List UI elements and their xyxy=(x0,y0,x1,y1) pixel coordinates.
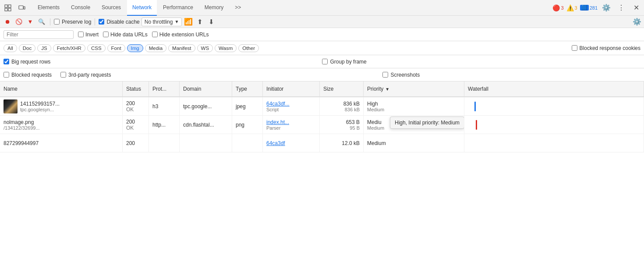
tab-console[interactable]: Console xyxy=(66,0,96,16)
network-settings-icon[interactable]: ⚙️ xyxy=(633,18,641,26)
td-domain-2: cdn.flashtal... xyxy=(180,116,232,134)
svg-rect-3 xyxy=(8,8,11,11)
screenshots-label[interactable]: Screenshots xyxy=(382,72,420,78)
th-name[interactable]: Name xyxy=(0,81,123,96)
more-options-icon[interactable]: ⋮ xyxy=(615,2,627,14)
type-btn-font[interactable]: Font xyxy=(107,44,125,52)
th-status[interactable]: Status xyxy=(123,81,149,96)
td-type-3 xyxy=(232,134,263,152)
filter-row: Invert Hide data URLs Hide extension URL… xyxy=(0,28,644,41)
info-icon: 🟦 xyxy=(580,5,589,11)
type-btn-js[interactable]: JS xyxy=(37,44,51,52)
inspect-icon[interactable] xyxy=(2,2,14,14)
group-by-frame-label[interactable]: Group by frame xyxy=(322,59,366,65)
hide-extension-urls-label[interactable]: Hide extension URLs xyxy=(152,32,209,38)
clear-button[interactable]: 🚫 xyxy=(14,17,24,27)
screenshots-checkbox[interactable] xyxy=(382,72,388,78)
type-btn-doc[interactable]: Doc xyxy=(19,44,35,52)
third-party-requests-label[interactable]: 3rd-party requests xyxy=(60,72,111,78)
table-header: Name Status Prot... Domain Type Initiato… xyxy=(0,81,644,97)
table-body: 141152993157... tpc.googlesyn... 200 OK … xyxy=(0,97,644,152)
td-initiator-1: 64ca3df... Script xyxy=(263,97,320,115)
table-row[interactable]: nolmage.png /134122/32699... 200 OK http… xyxy=(0,116,644,134)
type-btn-wasm[interactable]: Wasm xyxy=(215,44,237,52)
th-initiator[interactable]: Initiator xyxy=(263,81,320,96)
filepath-1: tpc.googlesyn... xyxy=(20,107,60,112)
invert-checkbox[interactable] xyxy=(78,32,84,37)
hide-data-urls-checkbox[interactable] xyxy=(103,32,109,37)
blocked-requests-label[interactable]: Blocked requests xyxy=(4,72,52,78)
blocked-cookies-checkbox[interactable] xyxy=(572,45,577,51)
wifi-icon[interactable]: 📶 xyxy=(184,17,193,27)
td-domain-3 xyxy=(180,134,232,152)
disable-cache-checkbox[interactable] xyxy=(99,19,104,25)
options-row-1: Big request rows Group by frame xyxy=(0,55,644,68)
svg-rect-5 xyxy=(24,7,25,9)
upload-icon[interactable]: ⬆ xyxy=(195,17,205,27)
invert-label[interactable]: Invert xyxy=(78,32,99,38)
tab-performance[interactable]: Performance xyxy=(158,0,198,16)
type-btn-manifest[interactable]: Manifest xyxy=(168,44,195,52)
close-devtools-icon[interactable]: ✕ xyxy=(630,2,642,14)
td-status-3: 200 xyxy=(123,134,149,152)
type-btn-fetch-xhr[interactable]: Fetch/XHR xyxy=(53,44,85,52)
settings-icon[interactable]: ⚙️ xyxy=(600,2,612,14)
th-priority[interactable]: Priority ▼ xyxy=(364,81,464,96)
tab-more[interactable]: >> xyxy=(230,0,246,16)
hide-extension-urls-checkbox[interactable] xyxy=(152,32,158,37)
preserve-log-checkbox[interactable] xyxy=(54,19,60,25)
info-badge: 🟦 281 xyxy=(580,5,598,11)
td-waterfall-1 xyxy=(464,97,644,115)
type-btn-other[interactable]: Other xyxy=(238,44,259,52)
type-btn-media[interactable]: Media xyxy=(145,44,166,52)
thumbnail-1 xyxy=(4,99,18,113)
error-badge: 🔴 3 xyxy=(552,4,563,11)
type-btn-ws[interactable]: WS xyxy=(197,44,213,52)
tab-sources[interactable]: Sources xyxy=(96,0,126,16)
td-priority-3: Medium xyxy=(364,134,464,152)
type-btn-all[interactable]: All xyxy=(4,44,17,52)
table-row[interactable]: 141152993157... tpc.googlesyn... 200 OK … xyxy=(0,97,644,116)
filepath-2: /134122/32699... xyxy=(4,125,40,131)
td-size-2: 653 B 95 B xyxy=(320,116,364,134)
warning-badge: ⚠️ 3 xyxy=(566,4,577,11)
big-request-rows-checkbox[interactable] xyxy=(4,59,9,64)
tab-network[interactable]: Network xyxy=(127,0,157,16)
filename-1: 141152993157... xyxy=(20,101,60,107)
th-protocol[interactable]: Prot... xyxy=(149,81,180,96)
third-party-requests-checkbox[interactable] xyxy=(60,72,66,78)
svg-rect-4 xyxy=(19,6,23,9)
svg-rect-1 xyxy=(8,5,11,7)
tab-bar-right: 🔴 3 ⚠️ 3 🟦 281 ⚙️ ⋮ ✕ xyxy=(552,2,642,14)
throttle-select[interactable]: No throttling ▼ xyxy=(142,18,182,26)
filter-toggle-button[interactable]: ▼ xyxy=(25,17,35,27)
td-name-3: 827299944997 xyxy=(0,134,123,152)
hide-data-urls-label[interactable]: Hide data URLs xyxy=(103,32,148,38)
big-request-rows-label[interactable]: Big request rows xyxy=(4,59,50,65)
table-row[interactable]: 827299944997 200 64ca3df 12.0 kB Medium xyxy=(0,134,644,152)
blocked-requests-checkbox[interactable] xyxy=(4,72,9,78)
record-stop-button[interactable]: ⏺ xyxy=(3,17,12,27)
blocked-cookies-label[interactable]: Blocked response cookies xyxy=(572,45,640,51)
tab-memory[interactable]: Memory xyxy=(199,0,229,16)
td-initiator-2: index.ht... Parser xyxy=(263,116,320,134)
filter-input[interactable] xyxy=(4,30,74,39)
type-btn-css[interactable]: CSS xyxy=(87,44,106,52)
device-toggle-icon[interactable] xyxy=(16,2,28,14)
td-waterfall-2 xyxy=(464,116,644,134)
th-domain[interactable]: Domain xyxy=(180,81,232,96)
search-button[interactable]: 🔍 xyxy=(37,17,46,27)
group-by-frame-checkbox[interactable] xyxy=(322,59,328,64)
th-type[interactable]: Type xyxy=(232,81,263,96)
preserve-log-label[interactable]: Preserve log xyxy=(54,19,91,25)
th-size[interactable]: Size xyxy=(320,81,364,96)
svg-rect-2 xyxy=(5,8,7,11)
disable-cache-label[interactable]: Disable cache xyxy=(99,19,139,25)
type-btn-img[interactable]: Img xyxy=(127,44,143,52)
td-type-2: png xyxy=(232,116,263,134)
download-icon[interactable]: ⬇ xyxy=(206,17,216,27)
priority-sort-arrow: ▼ xyxy=(385,87,389,92)
th-waterfall[interactable]: Waterfall xyxy=(464,81,644,96)
tab-elements[interactable]: Elements xyxy=(32,0,65,16)
options-row-2: Blocked requests 3rd-party requests Scre… xyxy=(0,68,644,81)
